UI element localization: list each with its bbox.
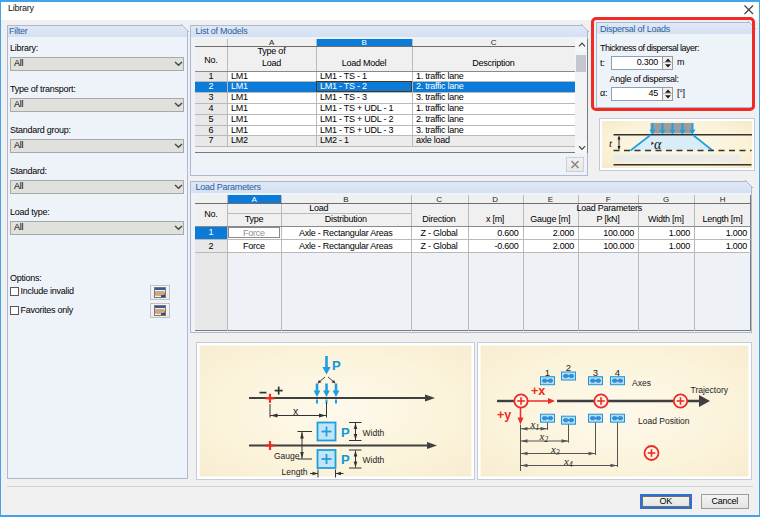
svg-text:+y: +y [497, 408, 511, 422]
svg-text:x1: x1 [530, 418, 540, 432]
svg-text:3: 3 [593, 367, 598, 378]
svg-text:P: P [341, 452, 350, 467]
svg-text:t: t [609, 137, 613, 149]
svg-text:Width: Width [363, 428, 385, 438]
svg-text:x2: x2 [539, 430, 549, 444]
svg-text:2: 2 [566, 362, 571, 373]
svg-text:4: 4 [615, 367, 620, 378]
svg-text:Load Position: Load Position [638, 416, 690, 426]
svg-text:Width: Width [363, 455, 385, 465]
svg-text:P: P [341, 425, 350, 440]
svg-text:α: α [654, 137, 662, 152]
svg-text:P: P [332, 358, 341, 373]
svg-text:Axes: Axes [632, 378, 651, 388]
svg-text:x4: x4 [563, 455, 573, 469]
svg-text:+x: +x [531, 384, 545, 398]
svg-text:Gauge: Gauge [274, 451, 300, 461]
svg-text:1: 1 [545, 367, 550, 378]
svg-text:Length: Length [282, 467, 308, 477]
svg-text:x3: x3 [550, 443, 560, 457]
svg-text:Trajectory: Trajectory [691, 385, 729, 395]
svg-text:x: x [293, 405, 299, 417]
